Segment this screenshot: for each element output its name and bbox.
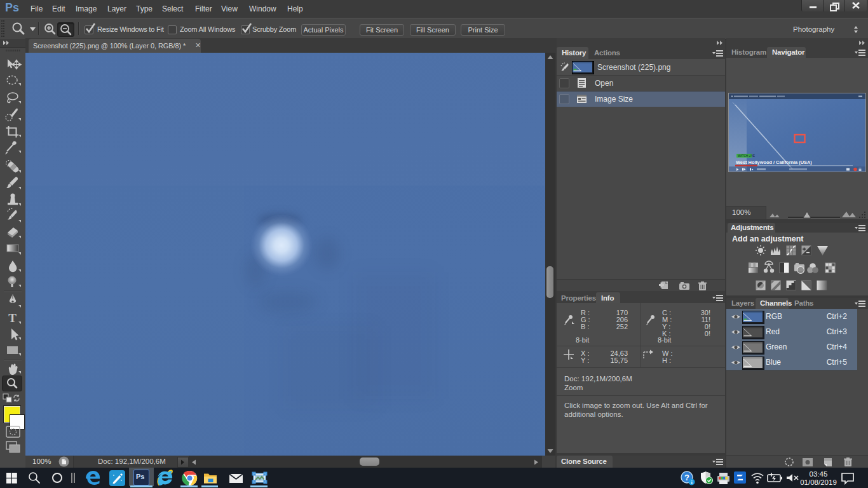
svg-text:WATCH LIVE: WATCH LIVE: [738, 154, 755, 158]
svg-text:West Hollywood / California (U: West Hollywood / California (USA): [736, 159, 812, 165]
svg-text:T: T: [8, 311, 17, 325]
